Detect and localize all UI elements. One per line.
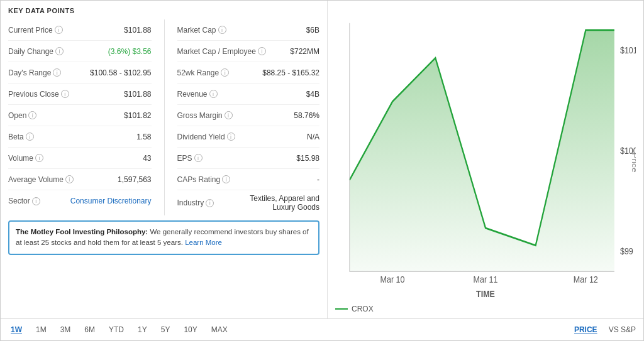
data-label: Day's Range i	[8, 68, 61, 77]
svg-marker-8	[350, 30, 614, 272]
left-data-row: Day's Range i $100.58 - $102.95	[8, 62, 152, 84]
left-data-row: Open i $101.82	[8, 105, 152, 126]
learn-more-link[interactable]: Learn More	[185, 239, 222, 246]
section-title: KEY DATA POINTS	[8, 7, 319, 14]
right-data-row: Industry i Textiles, Apparel and Luxury …	[177, 190, 320, 215]
right-data-row: CAPs Rating i -	[177, 169, 320, 190]
main-container: KEY DATA POINTS Current Price i $101.88 …	[0, 0, 644, 341]
left-data-row: Previous Close i $101.88	[8, 84, 152, 105]
left-panel: KEY DATA POINTS Current Price i $101.88 …	[1, 1, 328, 318]
data-label: Average Volume i	[8, 175, 74, 184]
time-tab-1m[interactable]: 1M	[33, 324, 49, 335]
vs-sandp-label: VS S&P	[609, 325, 636, 334]
info-icon[interactable]: i	[26, 133, 34, 141]
left-data-col: Current Price i $101.88 Daily Change i (…	[8, 19, 164, 215]
data-value: Textiles, Apparel and Luxury Goods	[238, 194, 319, 212]
info-icon[interactable]: i	[61, 90, 69, 98]
bottom-bar: 1W1M3M6MYTD1Y5Y10YMAXPRICEVS S&P	[1, 318, 643, 340]
right-data-row: Market Cap / Employee i $722MM	[177, 41, 320, 62]
info-icon[interactable]: i	[221, 68, 229, 77]
info-icon[interactable]: i	[209, 90, 218, 98]
info-icon[interactable]: i	[55, 47, 64, 55]
info-icon[interactable]: i	[225, 111, 233, 119]
price-tab[interactable]: PRICE	[572, 324, 600, 335]
left-data-row: Daily Change i (3.6%) $3.56	[8, 41, 152, 62]
motley-text: The Motley Fool Investing Philosophy: We…	[16, 227, 312, 249]
info-icon[interactable]: i	[65, 175, 74, 183]
data-label: Volume i	[8, 154, 43, 163]
right-data-row: Dividend Yield i N/A	[177, 126, 320, 148]
data-label: EPS i	[177, 154, 203, 163]
data-value: $722MM	[290, 47, 319, 56]
svg-text:$101: $101	[620, 45, 636, 55]
time-tab-max[interactable]: MAX	[209, 324, 230, 335]
data-value: $101.82	[124, 111, 151, 120]
data-value: -	[317, 175, 319, 184]
data-value: $6B	[306, 26, 319, 35]
data-value: 1,597,563	[118, 175, 151, 184]
data-label: Revenue i	[177, 90, 218, 99]
right-data-row: Gross Margin i 58.76%	[177, 105, 320, 126]
legend-label: CROX	[352, 305, 374, 313]
svg-text:$99: $99	[620, 245, 633, 256]
svg-text:Mar 12: Mar 12	[574, 274, 598, 284]
left-data-row: Beta i 1.58	[8, 126, 152, 148]
data-label: Daily Change i	[8, 47, 64, 56]
data-label: Previous Close i	[8, 90, 69, 99]
time-tab-10y[interactable]: 10Y	[181, 324, 199, 335]
data-value: $100.58 - $102.95	[90, 68, 151, 77]
right-panel: $101 $100 $99 Price Mar 10 Mar 11 Mar 12…	[328, 1, 643, 318]
data-value: (3.6%) $3.56	[108, 47, 152, 56]
right-data-row: EPS i $15.98	[177, 148, 320, 169]
time-tab-ytd[interactable]: YTD	[106, 324, 126, 335]
right-data-row: 52wk Range i $88.25 - $165.32	[177, 62, 320, 84]
svg-text:Price: Price	[631, 153, 636, 173]
data-value: 58.76%	[294, 111, 319, 120]
data-label: Market Cap / Employee i	[177, 47, 266, 56]
time-tab-3m[interactable]: 3M	[58, 324, 74, 335]
info-icon[interactable]: i	[55, 26, 63, 34]
data-label: 52wk Range i	[177, 68, 230, 77]
time-tab-6m[interactable]: 6M	[82, 324, 97, 335]
data-label: Beta i	[8, 133, 34, 141]
time-tab-1w[interactable]: 1W	[8, 324, 25, 335]
time-tab-1y[interactable]: 1Y	[135, 324, 150, 335]
svg-text:Mar 10: Mar 10	[380, 274, 405, 284]
info-icon[interactable]: i	[258, 47, 266, 55]
chart-area: $101 $100 $99 Price Mar 10 Mar 11 Mar 12…	[335, 6, 636, 302]
svg-text:Mar 11: Mar 11	[474, 274, 498, 284]
info-icon[interactable]: i	[222, 175, 230, 183]
data-value: 43	[143, 154, 151, 163]
info-icon[interactable]: i	[32, 197, 40, 205]
right-data-row: Revenue i $4B	[177, 84, 320, 105]
info-icon[interactable]: i	[227, 133, 235, 141]
data-label: Current Price i	[8, 26, 63, 35]
legend-line-icon	[335, 308, 348, 310]
time-tab-5y[interactable]: 5Y	[158, 324, 173, 335]
data-value: $4B	[306, 90, 319, 99]
left-data-row: Sector i Consumer Discretionary	[8, 190, 152, 212]
info-icon[interactable]: i	[53, 68, 61, 77]
data-label: Open i	[8, 111, 36, 120]
info-icon[interactable]: i	[35, 154, 43, 162]
info-icon[interactable]: i	[218, 26, 226, 34]
content-area: KEY DATA POINTS Current Price i $101.88 …	[1, 1, 643, 318]
left-data-row: Average Volume i 1,597,563	[8, 169, 152, 190]
data-label: Dividend Yield i	[177, 133, 235, 141]
data-value: 1.58	[136, 133, 151, 141]
chart-legend: CROX	[335, 305, 636, 313]
data-value: N/A	[307, 133, 319, 141]
data-value: $15.98	[296, 154, 319, 163]
data-label: Industry i	[177, 198, 214, 207]
data-grid: Current Price i $101.88 Daily Change i (…	[8, 19, 319, 215]
left-data-row: Current Price i $101.88	[8, 19, 152, 41]
left-data-row: Volume i 43	[8, 148, 152, 169]
info-icon[interactable]: i	[28, 111, 36, 119]
data-label: Sector i	[8, 197, 40, 205]
info-icon[interactable]: i	[194, 154, 203, 162]
svg-text:TIME: TIME	[476, 288, 495, 298]
data-label: Market Cap i	[177, 26, 226, 35]
info-icon[interactable]: i	[206, 199, 214, 207]
data-label: CAPs Rating i	[177, 175, 231, 184]
data-value: $101.88	[124, 90, 151, 99]
